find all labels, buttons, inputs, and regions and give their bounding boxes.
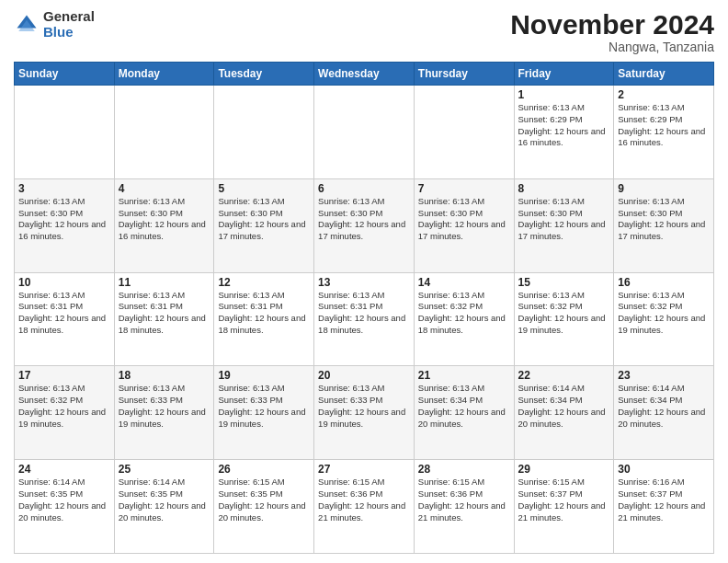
day-info: Sunrise: 6:14 AM Sunset: 6:34 PM Dayligh… <box>618 383 710 430</box>
calendar-cell <box>214 86 314 179</box>
day-number: 6 <box>318 182 410 195</box>
day-info: Sunrise: 6:13 AM Sunset: 6:30 PM Dayligh… <box>318 196 410 243</box>
day-info: Sunrise: 6:13 AM Sunset: 6:30 PM Dayligh… <box>18 196 110 243</box>
calendar-cell: 23Sunrise: 6:14 AM Sunset: 6:34 PM Dayli… <box>614 366 714 460</box>
day-info: Sunrise: 6:13 AM Sunset: 6:29 PM Dayligh… <box>618 102 710 149</box>
day-number: 20 <box>318 369 410 382</box>
calendar-cell: 22Sunrise: 6:14 AM Sunset: 6:34 PM Dayli… <box>514 366 614 460</box>
calendar-cell: 30Sunrise: 6:16 AM Sunset: 6:37 PM Dayli… <box>614 460 714 554</box>
day-info: Sunrise: 6:13 AM Sunset: 6:32 PM Dayligh… <box>418 290 510 337</box>
calendar-cell: 3Sunrise: 6:13 AM Sunset: 6:30 PM Daylig… <box>15 178 115 272</box>
day-number: 21 <box>418 369 510 382</box>
calendar-cell: 13Sunrise: 6:13 AM Sunset: 6:31 PM Dayli… <box>314 272 415 366</box>
logo-blue: Blue <box>43 25 95 40</box>
day-number: 24 <box>18 463 110 476</box>
calendar-header-monday: Monday <box>114 63 214 86</box>
day-info: Sunrise: 6:13 AM Sunset: 6:31 PM Dayligh… <box>218 290 310 337</box>
calendar-week-4: 24Sunrise: 6:14 AM Sunset: 6:35 PM Dayli… <box>15 460 714 554</box>
day-number: 4 <box>119 182 210 195</box>
logo-text: General Blue <box>43 9 95 40</box>
calendar-cell: 28Sunrise: 6:15 AM Sunset: 6:36 PM Dayli… <box>414 460 514 554</box>
day-info: Sunrise: 6:13 AM Sunset: 6:30 PM Dayligh… <box>618 196 710 243</box>
calendar-cell: 10Sunrise: 6:13 AM Sunset: 6:31 PM Dayli… <box>15 272 115 366</box>
calendar-header-row: SundayMondayTuesdayWednesdayThursdayFrid… <box>15 63 714 86</box>
day-number: 12 <box>218 276 310 289</box>
calendar-cell: 20Sunrise: 6:13 AM Sunset: 6:33 PM Dayli… <box>314 366 415 460</box>
calendar-cell: 24Sunrise: 6:14 AM Sunset: 6:35 PM Dayli… <box>15 460 115 554</box>
day-info: Sunrise: 6:13 AM Sunset: 6:33 PM Dayligh… <box>318 383 410 430</box>
day-info: Sunrise: 6:13 AM Sunset: 6:30 PM Dayligh… <box>218 196 310 243</box>
day-number: 27 <box>318 463 410 476</box>
logo-general: General <box>43 9 95 25</box>
day-info: Sunrise: 6:13 AM Sunset: 6:30 PM Dayligh… <box>119 196 210 243</box>
day-number: 17 <box>18 369 110 382</box>
day-info: Sunrise: 6:15 AM Sunset: 6:35 PM Dayligh… <box>218 477 310 523</box>
day-number: 8 <box>518 182 610 195</box>
calendar-cell <box>114 86 214 179</box>
day-info: Sunrise: 6:13 AM Sunset: 6:32 PM Dayligh… <box>18 383 110 430</box>
calendar-table: SundayMondayTuesdayWednesdayThursdayFrid… <box>14 62 714 554</box>
day-info: Sunrise: 6:14 AM Sunset: 6:34 PM Dayligh… <box>518 383 610 430</box>
calendar-week-2: 10Sunrise: 6:13 AM Sunset: 6:31 PM Dayli… <box>15 272 714 366</box>
calendar-cell: 15Sunrise: 6:13 AM Sunset: 6:32 PM Dayli… <box>514 272 614 366</box>
day-info: Sunrise: 6:13 AM Sunset: 6:31 PM Dayligh… <box>318 290 410 337</box>
calendar-header-saturday: Saturday <box>614 63 714 86</box>
logo: General Blue <box>14 9 95 40</box>
day-info: Sunrise: 6:15 AM Sunset: 6:37 PM Dayligh… <box>518 477 610 523</box>
calendar-cell <box>15 86 115 179</box>
calendar-cell <box>314 86 415 179</box>
calendar-cell: 8Sunrise: 6:13 AM Sunset: 6:30 PM Daylig… <box>514 178 614 272</box>
calendar-header-tuesday: Tuesday <box>214 63 314 86</box>
calendar-cell: 29Sunrise: 6:15 AM Sunset: 6:37 PM Dayli… <box>514 460 614 554</box>
calendar-cell: 9Sunrise: 6:13 AM Sunset: 6:30 PM Daylig… <box>614 178 714 272</box>
calendar-cell: 26Sunrise: 6:15 AM Sunset: 6:35 PM Dayli… <box>214 460 314 554</box>
calendar-header-thursday: Thursday <box>414 63 514 86</box>
calendar-week-3: 17Sunrise: 6:13 AM Sunset: 6:32 PM Dayli… <box>15 366 714 460</box>
calendar-cell: 27Sunrise: 6:15 AM Sunset: 6:36 PM Dayli… <box>314 460 415 554</box>
day-info: Sunrise: 6:13 AM Sunset: 6:34 PM Dayligh… <box>418 383 510 430</box>
calendar-cell: 25Sunrise: 6:14 AM Sunset: 6:35 PM Dayli… <box>114 460 214 554</box>
calendar-cell: 21Sunrise: 6:13 AM Sunset: 6:34 PM Dayli… <box>414 366 514 460</box>
day-number: 14 <box>418 276 510 289</box>
calendar-cell: 1Sunrise: 6:13 AM Sunset: 6:29 PM Daylig… <box>514 86 614 179</box>
day-number: 13 <box>318 276 410 289</box>
calendar-cell <box>414 86 514 179</box>
day-info: Sunrise: 6:14 AM Sunset: 6:35 PM Dayligh… <box>18 477 110 523</box>
page: General Blue November 2024 Nangwa, Tanza… <box>0 0 728 563</box>
day-number: 7 <box>418 182 510 195</box>
logo-icon <box>14 12 40 38</box>
header: General Blue November 2024 Nangwa, Tanza… <box>14 9 714 54</box>
day-number: 19 <box>218 369 310 382</box>
day-info: Sunrise: 6:13 AM Sunset: 6:33 PM Dayligh… <box>218 383 310 430</box>
day-info: Sunrise: 6:16 AM Sunset: 6:37 PM Dayligh… <box>618 477 710 523</box>
calendar-cell: 14Sunrise: 6:13 AM Sunset: 6:32 PM Dayli… <box>414 272 514 366</box>
calendar-cell: 2Sunrise: 6:13 AM Sunset: 6:29 PM Daylig… <box>614 86 714 179</box>
day-number: 9 <box>618 182 710 195</box>
day-number: 28 <box>418 463 510 476</box>
day-info: Sunrise: 6:13 AM Sunset: 6:30 PM Dayligh… <box>418 196 510 243</box>
day-number: 2 <box>618 88 710 101</box>
day-info: Sunrise: 6:13 AM Sunset: 6:32 PM Dayligh… <box>618 290 710 337</box>
month-title: November 2024 <box>510 9 714 40</box>
day-info: Sunrise: 6:15 AM Sunset: 6:36 PM Dayligh… <box>418 477 510 523</box>
day-info: Sunrise: 6:13 AM Sunset: 6:31 PM Dayligh… <box>119 290 210 337</box>
day-info: Sunrise: 6:13 AM Sunset: 6:29 PM Dayligh… <box>518 102 610 149</box>
calendar-cell: 4Sunrise: 6:13 AM Sunset: 6:30 PM Daylig… <box>114 178 214 272</box>
calendar-cell: 19Sunrise: 6:13 AM Sunset: 6:33 PM Dayli… <box>214 366 314 460</box>
calendar-cell: 17Sunrise: 6:13 AM Sunset: 6:32 PM Dayli… <box>15 366 115 460</box>
calendar-week-0: 1Sunrise: 6:13 AM Sunset: 6:29 PM Daylig… <box>15 86 714 179</box>
location: Nangwa, Tanzania <box>510 40 714 54</box>
day-number: 18 <box>119 369 210 382</box>
calendar-header-sunday: Sunday <box>15 63 115 86</box>
day-number: 23 <box>618 369 710 382</box>
day-number: 30 <box>618 463 710 476</box>
calendar-cell: 11Sunrise: 6:13 AM Sunset: 6:31 PM Dayli… <box>114 272 214 366</box>
day-number: 25 <box>119 463 210 476</box>
day-info: Sunrise: 6:13 AM Sunset: 6:31 PM Dayligh… <box>18 290 110 337</box>
calendar-cell: 5Sunrise: 6:13 AM Sunset: 6:30 PM Daylig… <box>214 178 314 272</box>
day-info: Sunrise: 6:13 AM Sunset: 6:32 PM Dayligh… <box>518 290 610 337</box>
day-info: Sunrise: 6:15 AM Sunset: 6:36 PM Dayligh… <box>318 477 410 523</box>
calendar-cell: 16Sunrise: 6:13 AM Sunset: 6:32 PM Dayli… <box>614 272 714 366</box>
day-number: 26 <box>218 463 310 476</box>
day-number: 3 <box>18 182 110 195</box>
